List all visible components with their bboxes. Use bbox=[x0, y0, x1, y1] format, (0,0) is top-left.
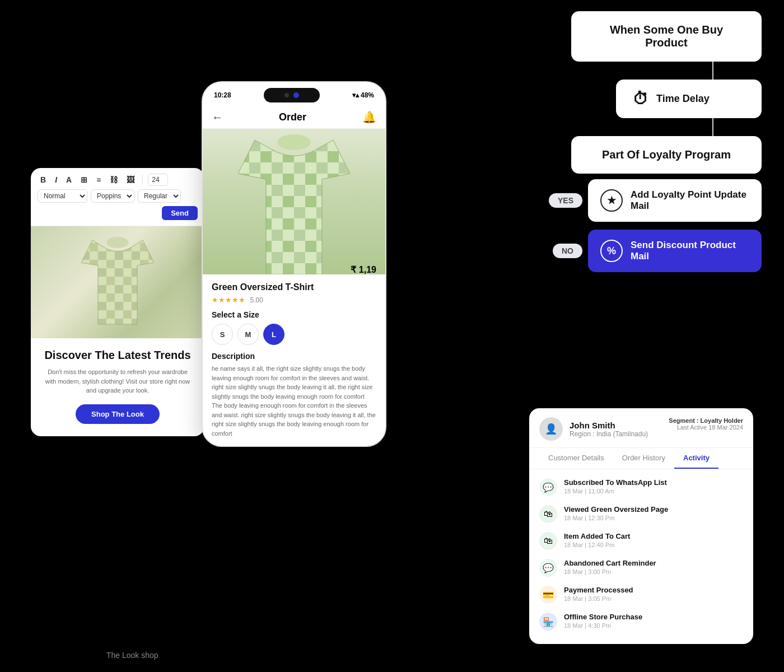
phone-notch bbox=[264, 88, 320, 102]
activity-item-6: 🏪 Offline Store Purchase 18 Mar | 4:30 P… bbox=[539, 608, 743, 635]
mobile-phone: 10:28 ▾▴ 48% ← Order 🔔 ₹ 1,19 Gre bbox=[202, 81, 386, 447]
svg-point-4 bbox=[106, 237, 129, 248]
product-rating: 5.00 bbox=[250, 296, 263, 304]
status-bar: 10:28 ▾▴ 48% bbox=[203, 82, 385, 105]
activity-3-text: Item Added To Cart 18 Mar | 12:40 Pm bbox=[564, 532, 743, 548]
email-body: Discover The Latest Trends Don't miss th… bbox=[31, 338, 204, 436]
bell-icon[interactable]: 🔔 bbox=[362, 110, 376, 124]
tab-activity[interactable]: Activity bbox=[674, 448, 718, 469]
svg-point-9 bbox=[277, 134, 311, 150]
phone-nav: ← Order 🔔 bbox=[203, 105, 385, 129]
size-selector: S M L bbox=[212, 324, 376, 345]
avatar: 👤 bbox=[539, 417, 563, 441]
customer-details: John Smith Region : India (Tamilnadu) bbox=[570, 421, 648, 438]
add-to-cart-icon: 🛍 bbox=[539, 532, 557, 550]
activity-tabs: Customer Details Order History Activity bbox=[529, 448, 753, 469]
activity-5-text: Payment Processed 18 Mar | 3:05 Pm bbox=[564, 586, 743, 602]
phone-product-image bbox=[203, 129, 385, 274]
activity-3-title: Item Added To Cart bbox=[564, 532, 743, 540]
italic-button[interactable]: I bbox=[52, 174, 60, 186]
loyalty-icon: ★ bbox=[600, 189, 623, 212]
activity-4-title: Abandoned Cart Reminder bbox=[564, 559, 743, 567]
discount-icon: % bbox=[600, 240, 623, 262]
activity-item-3: 🛍 Item Added To Cart 18 Mar | 12:40 Pm bbox=[539, 528, 743, 554]
tab-order-history[interactable]: Order History bbox=[613, 448, 674, 469]
yes-badge: YES bbox=[549, 193, 582, 208]
activity-5-time: 18 Mar | 3:05 Pm bbox=[564, 595, 743, 602]
no-badge: NO bbox=[553, 244, 582, 258]
activity-2-text: Viewed Green Oversized Page 18 Mar | 12:… bbox=[564, 505, 743, 521]
size-s-button[interactable]: S bbox=[212, 324, 233, 345]
send-discount-action[interactable]: % Send Discount Product Mail bbox=[588, 230, 762, 272]
email-editor-card: B I A ⊞ ≡ ⛓ 🖼 NormalHeading 1Heading 2 P… bbox=[31, 168, 204, 436]
color-button[interactable]: A bbox=[63, 174, 74, 186]
link-button[interactable]: ⛓ bbox=[107, 174, 120, 186]
order-title: Order bbox=[279, 111, 306, 123]
wf-connector-1 bbox=[712, 62, 713, 80]
send-button[interactable]: Send bbox=[162, 206, 198, 220]
activity-1-time: 18 Mar | 11:00 Am bbox=[564, 488, 743, 494]
add-loyalty-label: Add Loyalty Point Update Mail bbox=[631, 189, 749, 212]
workflow-panel: When Some One Buy Product ⏱ Time Delay P… bbox=[526, 11, 762, 272]
tab-customer-details[interactable]: Customer Details bbox=[539, 448, 613, 469]
image-button[interactable]: 🖼 bbox=[124, 174, 137, 186]
font-select[interactable]: PoppinsArialRoboto bbox=[91, 189, 134, 203]
offline-store-icon: 🏪 bbox=[539, 613, 557, 631]
whatsapp-subscribe-icon: 💬 bbox=[539, 478, 557, 496]
activity-6-text: Offline Store Purchase 18 Mar | 4:30 Pm bbox=[564, 613, 743, 629]
activity-3-time: 18 Mar | 12:40 Pm bbox=[564, 542, 743, 548]
send-discount-label: Send Discount Product Mail bbox=[631, 240, 749, 262]
product-content: ₹ 1,19 Green Oversized T-Shirt ★★★★★ 5.0… bbox=[203, 274, 385, 446]
activity-2-title: Viewed Green Oversized Page bbox=[564, 505, 743, 514]
wf-connector-2 bbox=[712, 118, 713, 136]
activity-1-title: Subscribed To WhatsApp List bbox=[564, 478, 743, 487]
shop-label: The Look shop bbox=[106, 651, 158, 660]
toolbar-divider bbox=[142, 175, 143, 185]
weight-select[interactable]: RegularBoldLight bbox=[138, 189, 181, 203]
list-button[interactable]: ≡ bbox=[94, 174, 104, 186]
activity-header: 👤 John Smith Region : India (Tamilnadu) … bbox=[529, 408, 753, 448]
wf-no-branch: NO % Send Discount Product Mail bbox=[553, 230, 762, 272]
segment-label: Segment : Loyalty Holder bbox=[669, 417, 743, 424]
activity-list: 💬 Subscribed To WhatsApp List 18 Mar | 1… bbox=[529, 469, 753, 644]
size-m-button[interactable]: M bbox=[237, 324, 259, 345]
activity-5-title: Payment Processed bbox=[564, 586, 743, 594]
workflow-time-delay[interactable]: ⏱ Time Delay bbox=[616, 80, 762, 118]
description-text: he name says it all, the right size slig… bbox=[212, 364, 376, 438]
size-l-button[interactable]: L bbox=[263, 324, 284, 345]
description-title: Description bbox=[212, 352, 376, 361]
email-product-image bbox=[31, 226, 204, 338]
back-button[interactable]: ← bbox=[212, 111, 223, 124]
activity-item-2: 🛍 Viewed Green Oversized Page 18 Mar | 1… bbox=[539, 501, 743, 528]
product-name: Green Oversized T-Shirt bbox=[212, 282, 376, 292]
view-page-icon: 🛍 bbox=[539, 505, 557, 523]
workflow-trigger: When Some One Buy Product bbox=[571, 11, 762, 62]
table-button[interactable]: ⊞ bbox=[78, 174, 90, 186]
email-subtext: Don't miss the opportunity to refresh yo… bbox=[42, 367, 193, 395]
last-active: Last Active 18 Mar 2024 bbox=[669, 424, 743, 431]
activity-6-title: Offline Store Purchase bbox=[564, 613, 743, 621]
activity-item-5: 💳 Payment Processed 18 Mar | 3:05 Pm bbox=[539, 581, 743, 608]
shop-the-look-button[interactable]: Shop The Look bbox=[76, 404, 160, 424]
email-headline: Discover The Latest Trends bbox=[42, 348, 193, 362]
activity-6-time: 18 Mar | 4:30 Pm bbox=[564, 622, 743, 629]
activity-4-text: Abandoned Cart Reminder 18 Mar | 3:00 Pm bbox=[564, 559, 743, 575]
time-delay-label: Time Delay bbox=[656, 93, 710, 105]
customer-activity-card: 👤 John Smith Region : India (Tamilnadu) … bbox=[529, 408, 753, 644]
activity-1-text: Subscribed To WhatsApp List 18 Mar | 11:… bbox=[564, 478, 743, 494]
bold-button[interactable]: B bbox=[38, 174, 49, 186]
email-toolbar: B I A ⊞ ≡ ⛓ 🖼 NormalHeading 1Heading 2 P… bbox=[31, 168, 204, 226]
add-loyalty-action[interactable]: ★ Add Loyalty Point Update Mail bbox=[588, 179, 762, 222]
style-select[interactable]: NormalHeading 1Heading 2 bbox=[38, 189, 87, 203]
payment-icon: 💳 bbox=[539, 586, 557, 604]
product-price: ₹ 1,19 bbox=[351, 264, 376, 275]
select-size-label: Select a Size bbox=[212, 310, 376, 319]
notch-camera bbox=[284, 93, 289, 97]
product-stars: ★★★★★ 5.00 bbox=[212, 295, 376, 305]
wf-yes-branch: YES ★ Add Loyalty Point Update Mail bbox=[549, 179, 762, 222]
workflow-condition: Part Of Loyalty Program bbox=[571, 136, 762, 174]
notch-dot bbox=[293, 92, 299, 98]
font-size-input[interactable] bbox=[148, 174, 168, 186]
activity-item-4: 💬 Abandoned Cart Reminder 18 Mar | 3:00 … bbox=[539, 554, 743, 581]
customer-name: John Smith bbox=[570, 421, 648, 430]
